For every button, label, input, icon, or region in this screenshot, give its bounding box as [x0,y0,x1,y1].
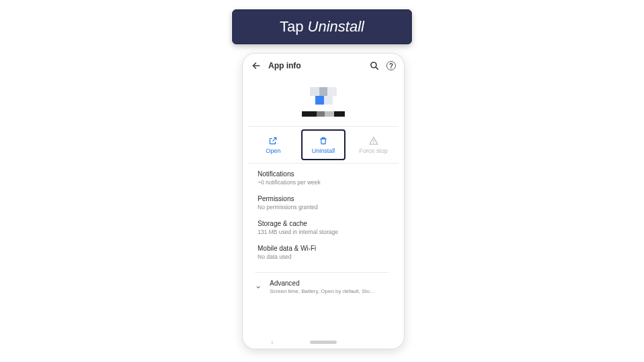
setting-sub: No data used [258,253,389,260]
help-icon[interactable]: ? [386,61,396,70]
phone-frame: App info ? Open Uninstall [243,54,404,349]
search-icon[interactable] [369,60,380,71]
open-label: Open [266,147,280,154]
advanced-label: Advanced [270,280,375,287]
app-top-bar: App info ? [248,58,398,74]
force-stop-label: Force stop [359,147,388,154]
settings-list: Notifications ~0 notifications per week … [248,164,398,335]
uninstall-button[interactable]: Uninstall [299,127,349,163]
setting-label: Notifications [258,170,389,178]
setting-storage[interactable]: Storage & cache 131 MB used in internal … [258,220,389,235]
chevron-down-icon: ⌄ [255,281,262,290]
setting-sub: ~0 notifications per week [258,179,389,186]
instruction-callout: Tap Uninstall [232,9,412,44]
nav-back-icon[interactable]: ‹ [271,338,274,346]
advanced-sub: Screen time, Battery, Open by default, S… [270,288,375,294]
open-button[interactable]: Open [248,127,299,163]
app-icon-area [248,87,398,117]
force-stop-button: Force stop [348,127,398,163]
svg-point-1 [373,142,374,143]
setting-sub: No permissions granted [258,204,389,210]
uninstall-label: Uninstall [312,147,335,154]
callout-prefix: Tap [280,18,303,36]
system-nav-bar: ‹ [248,335,398,349]
app-action-row: Open Uninstall Force stop [248,126,398,164]
setting-permissions[interactable]: Permissions No permissions granted [258,195,389,210]
setting-sub: 131 MB used in internal storage [258,229,389,235]
back-arrow-icon[interactable] [251,60,262,71]
setting-label: Storage & cache [258,220,389,227]
page-title: App info [268,61,362,70]
setting-label: Mobile data & Wi-Fi [258,245,389,252]
app-icon [310,87,337,105]
app-name-redacted [302,111,345,117]
nav-home-pill[interactable] [310,341,337,344]
setting-label: Permissions [258,195,389,202]
callout-emphasis: Uninstall [308,18,364,36]
advanced-row[interactable]: ⌄ Advanced Screen time, Battery, Open by… [255,272,389,294]
setting-notifications[interactable]: Notifications ~0 notifications per week [258,170,389,186]
setting-data[interactable]: Mobile data & Wi-Fi No data used [258,245,389,260]
